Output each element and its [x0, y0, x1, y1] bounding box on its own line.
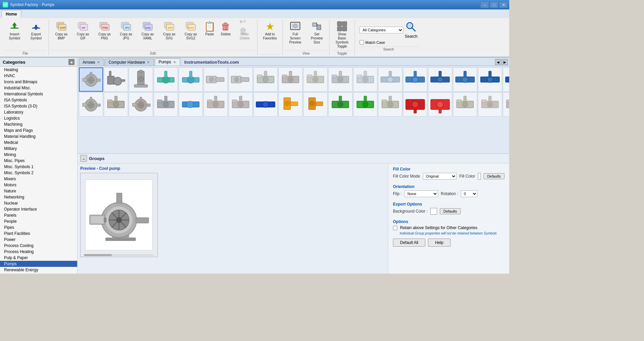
symbol-cell-2-2[interactable] [129, 92, 153, 117]
rotation-select[interactable]: 0 90 180 270 [461, 190, 478, 197]
set-preview-size-button[interactable]: Set Preview Size [306, 20, 327, 46]
symbol-cell-1-8[interactable] [278, 67, 303, 92]
sidebar-item-logistics[interactable]: Logistics [0, 115, 77, 121]
copy-gif-button[interactable]: GIF Copy as GIF [72, 20, 93, 42]
retain-checkbox[interactable] [393, 226, 397, 230]
symbol-cell-1-0[interactable] [79, 67, 103, 92]
symbol-cell-2-17[interactable] [503, 92, 509, 117]
sidebar-item-networking[interactable]: Networking [0, 194, 77, 200]
symbol-cell-1-4[interactable] [179, 67, 203, 92]
sidebar-item-hvac[interactable]: HVAC [0, 73, 77, 79]
symbol-cell-2-9[interactable] [303, 92, 328, 117]
sidebar-item-military[interactable]: Military [0, 146, 77, 152]
symbol-cell-2-11[interactable] [353, 92, 377, 117]
fill-color-defaults-btn[interactable]: Defaults [484, 173, 504, 179]
sidebar-item-mixers[interactable]: Mixers [0, 176, 77, 182]
copy-svg-button[interactable]: SVG Copy as SVG [159, 20, 180, 42]
tab-pumps[interactable]: Pumps ✕ [155, 58, 180, 66]
minimize-button[interactable]: – [480, 1, 489, 8]
search-button[interactable]: Search [405, 21, 418, 39]
fill-color-mode-select[interactable]: Original Solid Gradient [423, 173, 457, 180]
symbol-cell-1-12[interactable] [378, 67, 402, 92]
sidebar-item-nuclear[interactable]: Nuclear [0, 200, 77, 206]
symbol-cell-1-9[interactable] [303, 67, 328, 92]
tab-computer-hardware-close[interactable]: ✕ [146, 60, 150, 64]
symbol-cell-2-4[interactable] [179, 92, 203, 117]
tab-arrows-close[interactable]: ✕ [96, 60, 100, 64]
sidebar-item-nature[interactable]: Nature [0, 188, 77, 194]
preview-title[interactable]: Preview - Cool pump [80, 166, 385, 171]
import-symbol-button[interactable]: Import Symbol [4, 20, 25, 42]
symbol-cell-2-15[interactable] [453, 92, 477, 117]
sidebar-item-motors[interactable]: Motors [0, 182, 77, 188]
symbol-cell-1-17[interactable] [503, 67, 509, 92]
fullscreen-preview-button[interactable]: Full Screen Preview [285, 20, 306, 46]
sidebar-item-plant-facilities[interactable]: Plant Facilities [0, 230, 77, 237]
undo-delete-button[interactable]: ↩🗑 Undo Delete [234, 20, 255, 42]
add-favorites-button[interactable]: ★ Add to Favorites [259, 20, 280, 42]
sidebar-item-isa-symbols--3-d-[interactable]: ISA Symbols (3-D) [0, 103, 77, 109]
symbol-cell-2-0[interactable] [79, 92, 103, 117]
symbol-cell-2-7[interactable] [253, 92, 278, 117]
tab-computer-hardware[interactable]: Computer Hardware ✕ [105, 59, 154, 66]
copy-jpg-button[interactable]: JPG Copy as JPG [116, 20, 136, 42]
sidebar-item-power[interactable]: Power [0, 237, 77, 243]
match-case-checkbox[interactable] [360, 40, 364, 44]
copy-bmp-button[interactable]: BMP Copy as BMP [51, 20, 72, 42]
sidebar-item-mining[interactable]: Mining [0, 152, 77, 158]
symbol-cell-2-6[interactable] [228, 92, 253, 117]
sidebar-item-people[interactable]: People [0, 218, 77, 224]
sidebar-item-renewable-energy[interactable]: Renewable Energy [0, 267, 77, 273]
symbol-cell-2-16[interactable] [478, 92, 502, 117]
sidebar-item-pipes[interactable]: Pipes [0, 224, 77, 230]
symbol-cell-1-15[interactable] [453, 67, 477, 92]
sidebar-item-industrial-misc-[interactable]: Industrial Misc. [0, 85, 77, 91]
sidebar-item-icons-and-bitmaps[interactable]: Icons and Bitmaps [0, 79, 77, 85]
copy-xaml-button[interactable]: XAML Copy as XAML [137, 20, 158, 42]
sidebar-item-medical[interactable]: Medical [0, 140, 77, 146]
symbol-cell-2-14[interactable] [428, 92, 452, 117]
sidebar-item-pumps[interactable]: Pumps [0, 261, 77, 267]
tab-nav-right[interactable]: ▶ [502, 59, 508, 65]
close-button[interactable]: ✕ [499, 1, 508, 8]
sidebar-item-maps-and-flags[interactable]: Maps and Flags [0, 127, 77, 133]
paste-button[interactable]: 📋 Paste [202, 20, 217, 38]
sidebar-item-misc--symbols-1[interactable]: Misc. Symbols 1 [0, 164, 77, 170]
tab-nav-left[interactable]: ◀ [495, 59, 501, 65]
category-dropdown[interactable]: All Categories Arrows Computer Hardware … [360, 27, 403, 33]
symbol-cell-2-10[interactable] [328, 92, 352, 117]
groups-toggle[interactable]: ⌄ [80, 155, 87, 162]
sidebar-item-misc--pipes[interactable]: Misc. Pipes [0, 158, 77, 164]
tab-arrows[interactable]: Arrows ✕ [79, 59, 104, 66]
sidebar-item-pulp---paper[interactable]: Pulp & Paper [0, 255, 77, 261]
symbol-cell-2-8[interactable] [278, 92, 303, 117]
symbol-cell-2-3[interactable] [154, 92, 178, 117]
symbol-cell-1-2[interactable] [129, 67, 153, 92]
show-basic-symbols-button[interactable]: Show Basic Symbols Toggle [332, 20, 352, 50]
symbol-cell-1-1[interactable] [104, 67, 128, 92]
sidebar-item-heating[interactable]: Heating [0, 67, 77, 73]
sidebar-toggle[interactable]: ■ [68, 59, 74, 65]
sidebar-item-process-heating[interactable]: Process Heating [0, 249, 77, 255]
symbol-cell-1-13[interactable] [403, 67, 427, 92]
default-all-btn[interactable]: Default All [393, 239, 425, 247]
sidebar-item-international-symbols[interactable]: International Symbols [0, 91, 77, 97]
tab-home[interactable]: Home [1, 10, 21, 18]
symbol-cell-2-1[interactable] [104, 92, 128, 117]
symbol-cell-1-6[interactable] [228, 67, 253, 92]
symbol-cell-1-5[interactable] [204, 67, 228, 92]
copy-png-button[interactable]: PNG Copy as PNG [94, 20, 115, 42]
symbol-cell-2-5[interactable] [204, 92, 228, 117]
symbol-cell-1-11[interactable] [353, 67, 377, 92]
copy-svgz-button[interactable]: SVGZ Copy as SVGZ [180, 20, 201, 42]
sidebar-item-laboratory[interactable]: Laboratory [0, 109, 77, 115]
symbol-cell-1-10[interactable] [328, 67, 352, 92]
delete-button[interactable]: 🗑 Delete [218, 20, 234, 38]
sidebar-item-isa-symbols[interactable]: ISA Symbols [0, 97, 77, 103]
sidebar-item-panels[interactable]: Panels [0, 212, 77, 218]
tab-pumps-close[interactable]: ✕ [173, 60, 177, 64]
export-defaults-btn[interactable]: Defaults [440, 208, 461, 214]
help-btn[interactable]: Help [428, 239, 451, 247]
symbol-cell-1-14[interactable] [428, 67, 452, 92]
sidebar-item-material-handling[interactable]: Material Handling [0, 133, 77, 140]
